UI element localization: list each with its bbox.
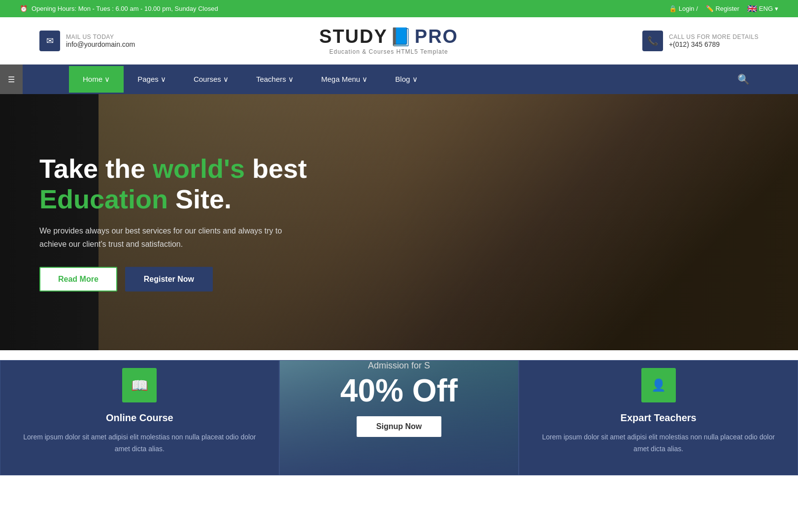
nav-menu: Home ∨ Pages ∨ Courses ∨ Teachers ∨ Mega… bbox=[69, 66, 729, 93]
login-link[interactable]: 🔒 Login / bbox=[669, 5, 698, 12]
mail-info: MAIL US TODAY info@yourdomain.com bbox=[66, 33, 135, 48]
nav-item-home[interactable]: Home ∨ bbox=[69, 66, 124, 93]
online-course-title: Online Course bbox=[20, 412, 259, 424]
expert-teachers-card: 👤 Expart Teachers Lorem ipsum dolor sit … bbox=[519, 360, 798, 475]
main-navbar: ☰ Home ∨ Pages ∨ Courses ∨ Teachers ∨ Me… bbox=[0, 65, 798, 94]
online-course-description: Lorem ipsum dolor sit amet adipisi elit … bbox=[20, 432, 259, 455]
language-selector[interactable]: 🇬🇧 ENG ▾ bbox=[747, 4, 778, 13]
nav-link-blog[interactable]: Blog ∨ bbox=[381, 66, 431, 93]
hero-title-highlight1: world's bbox=[153, 154, 245, 183]
promo-label: Admission for S bbox=[280, 361, 519, 371]
hero-title: Take the world's best Education Site. bbox=[39, 153, 307, 214]
nav-link-pages[interactable]: Pages ∨ bbox=[124, 66, 180, 93]
phone-icon: 📞 bbox=[642, 31, 663, 51]
mail-icon: ✉ bbox=[39, 31, 60, 51]
nav-link-courses[interactable]: Courses ∨ bbox=[180, 66, 242, 93]
online-course-card: 📖 Online Course Lorem ipsum dolor sit am… bbox=[0, 360, 279, 475]
hero-buttons: Read More Register Now bbox=[39, 266, 307, 291]
hero-section: Take the world's best Education Site. We… bbox=[0, 94, 798, 350]
logo-name: STUDY bbox=[319, 26, 388, 47]
chevron-down-icon: ▾ bbox=[775, 5, 778, 12]
logo-tagline: Education & Courses HTML5 Template bbox=[319, 48, 458, 55]
nav-item-blog[interactable]: Blog ∨ bbox=[381, 66, 431, 93]
lock-icon: 🔒 bbox=[669, 5, 677, 12]
hero-title-part1: Take the bbox=[39, 154, 153, 183]
hero-title-line2-end: Site. bbox=[168, 184, 232, 214]
logo-pro: PRO bbox=[415, 26, 458, 47]
expert-teachers-description: Lorem ipsum dolor sit amet adipisi elit … bbox=[539, 432, 778, 455]
hero-title-part2: best bbox=[245, 154, 307, 183]
signup-button[interactable]: Signup Now bbox=[357, 416, 441, 437]
promo-card: Admission for S 40% Off Signup Now bbox=[279, 360, 519, 475]
read-more-button[interactable]: Read More bbox=[39, 266, 117, 291]
nav-link-mega-menu[interactable]: Mega Menu ∨ bbox=[307, 66, 381, 93]
register-link[interactable]: ✏️ Register bbox=[706, 5, 739, 12]
nav-link-home[interactable]: Home ∨ bbox=[69, 66, 124, 93]
nav-item-pages[interactable]: Pages ∨ bbox=[124, 66, 180, 93]
phone-contact: 📞 CALL US FOR MORE DETAILS +(012) 345 67… bbox=[642, 31, 759, 51]
top-bar: ⏰ Opening Hours: Mon - Tues : 6.00 am - … bbox=[0, 0, 798, 17]
online-course-icon: 📖 bbox=[122, 368, 157, 402]
nav-toggle-button[interactable]: ☰ bbox=[0, 65, 23, 94]
hero-title-line2-highlight: Education bbox=[39, 184, 168, 214]
nav-item-courses[interactable]: Courses ∨ bbox=[180, 66, 242, 93]
promo-discount: 40% Off bbox=[280, 375, 519, 406]
hero-subtitle: We provides always our best services for… bbox=[39, 224, 305, 251]
promo-content: Admission for S 40% Off Signup Now bbox=[280, 361, 519, 437]
mail-contact: ✉ MAIL US TODAY info@yourdomain.com bbox=[39, 31, 135, 51]
search-icon[interactable]: 🔍 bbox=[729, 65, 759, 94]
nav-item-mega-menu[interactable]: Mega Menu ∨ bbox=[307, 66, 381, 93]
hero-content: Take the world's best Education Site. We… bbox=[39, 153, 307, 292]
flag-icon: 🇬🇧 bbox=[747, 4, 757, 13]
top-bar-right: 🔒 Login / ✏️ Register 🇬🇧 ENG ▾ bbox=[669, 4, 778, 13]
opening-hours: ⏰ Opening Hours: Mon - Tues : 6.00 am - … bbox=[20, 5, 218, 12]
register-now-button[interactable]: Register Now bbox=[125, 266, 213, 291]
phone-info: CALL US FOR MORE DETAILS +(012) 345 6789 bbox=[669, 33, 759, 48]
site-logo[interactable]: STUDY 📘 PRO Education & Courses HTML5 Te… bbox=[319, 26, 458, 55]
site-header: ✉ MAIL US TODAY info@yourdomain.com STUD… bbox=[0, 17, 798, 65]
edit-icon: ✏️ bbox=[706, 5, 714, 12]
expert-teachers-icon: 👤 bbox=[641, 368, 676, 402]
features-section: 📖 Online Course Lorem ipsum dolor sit am… bbox=[0, 350, 798, 475]
nav-link-teachers[interactable]: Teachers ∨ bbox=[242, 66, 307, 93]
nav-item-teachers[interactable]: Teachers ∨ bbox=[242, 66, 307, 93]
expert-teachers-title: Expart Teachers bbox=[539, 412, 778, 424]
book-icon: 📘 bbox=[390, 27, 413, 47]
clock-icon: ⏰ bbox=[20, 5, 28, 12]
